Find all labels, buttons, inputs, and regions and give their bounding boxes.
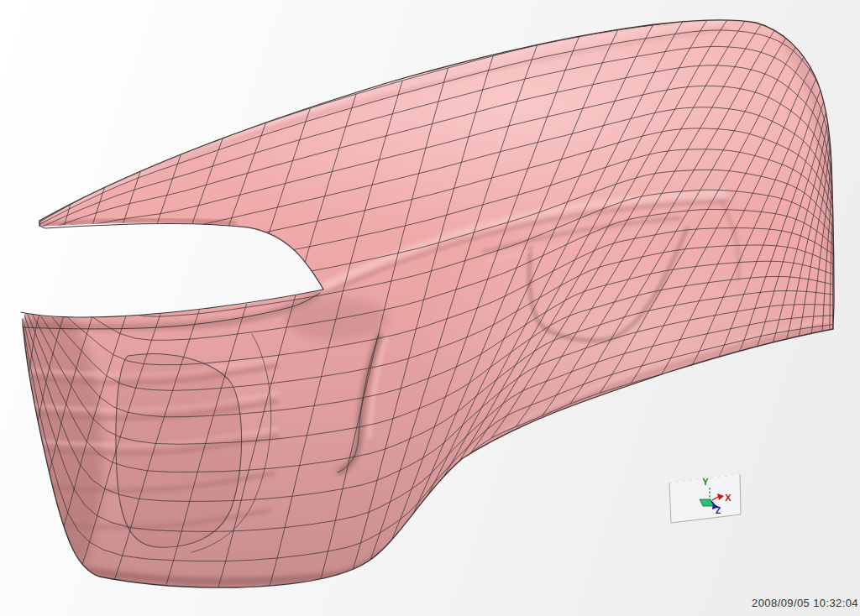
viewport-canvas: Y X Z 2008/09/05 10:32:04: [0, 0, 860, 616]
x-axis-label: X: [725, 493, 732, 503]
z-axis-label: Z: [716, 506, 721, 515]
cad-viewport[interactable]: Y X Z 2008/09/05 10:32:04: [0, 0, 860, 616]
axis-triad-panel[interactable]: Y X Z: [669, 474, 741, 523]
timestamp: 2008/09/05 10:32:04: [752, 597, 858, 609]
y-axis-label: Y: [702, 477, 709, 487]
